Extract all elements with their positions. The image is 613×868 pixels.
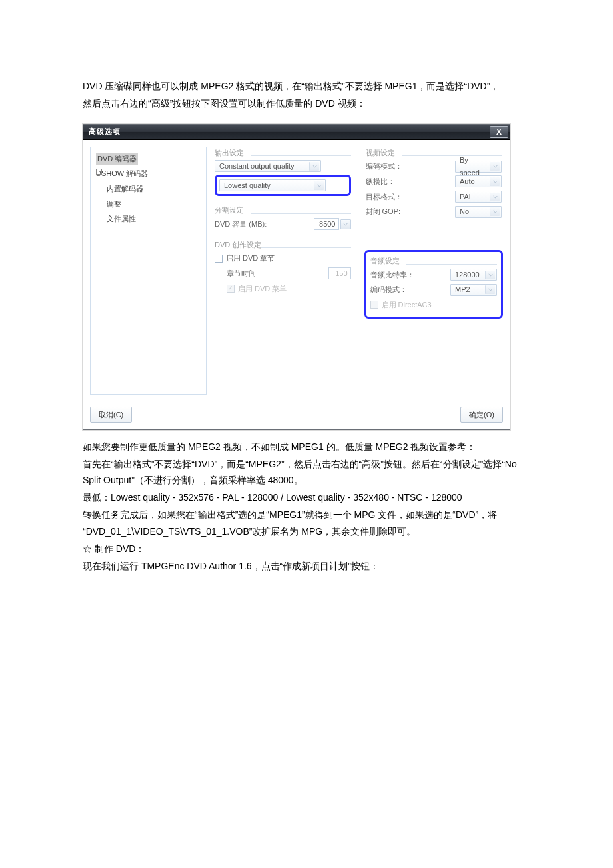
aspect-label: 纵横比：	[366, 175, 395, 188]
after-line-7: 现在我们运行 TMPGEnc DVD Author 1.6，点击“作成新项目计划…	[83, 559, 526, 575]
highlight-quality: Lowest quality	[215, 175, 351, 196]
aspect-select[interactable]: Auto	[455, 175, 502, 187]
tree-label: 调整	[107, 200, 121, 208]
input-value: 8500	[319, 218, 335, 231]
chevron-down-icon	[485, 271, 495, 279]
output-mode-select[interactable]: Constant output quality	[215, 160, 321, 172]
after-line-1: 如果您要制作更低质量的 MPEG2 视频，不如制成 MPEG1 的。低质量 MP…	[83, 439, 526, 455]
video-encode-mode-select[interactable]: By speed	[455, 161, 502, 173]
target-select[interactable]: PAL	[455, 191, 502, 203]
checkbox-icon: ✓	[227, 285, 235, 293]
button-label: 取消(C)	[99, 411, 123, 419]
output-quality-select[interactable]: Lowest quality	[219, 179, 326, 191]
settings-tree[interactable]: DVD 编码器 + DSHOW 解码器 内置解码器 调整	[90, 147, 207, 395]
tree-item-adjust[interactable]: 调整	[93, 197, 203, 212]
audio-encode-label: 编码模式：	[370, 283, 407, 296]
dialog-titlebar: 高级选项 X	[83, 125, 510, 140]
checkbox-label: 启用 DVD 菜单	[238, 283, 287, 295]
document-page: DVD 压缩碟同样也可以制成 MPEG2 格式的视频，在“输出格式”不要选择 M…	[0, 0, 613, 603]
group-audio: 音频设定 音频比特率： 128000	[369, 255, 499, 311]
cancel-button[interactable]: 取消(C)	[90, 407, 132, 423]
select-value: 128000	[455, 269, 480, 281]
expand-icon[interactable]: +	[96, 169, 102, 175]
menu-checkbox-row: ✓ 启用 DVD 菜单	[215, 283, 351, 295]
group-authoring: DVD 创作设定 启用 DVD 章节 章节时间 150	[213, 239, 352, 298]
dialog-title: 高级选项	[89, 125, 121, 138]
chevron-down-icon	[490, 207, 500, 216]
group-legend: 音频设定	[370, 255, 400, 269]
select-value: PAL	[460, 191, 473, 203]
tree-item-dshow[interactable]: + DSHOW 解码器	[93, 166, 203, 181]
chevron-down-icon	[490, 177, 500, 186]
close-button[interactable]: X	[490, 126, 508, 138]
checkbox-label: 启用 DVD 章节	[226, 252, 275, 265]
after-line-4: 转换任务完成后，如果您在“输出格式”选的是“MPEG1”就得到一个 MPG 文件…	[83, 507, 526, 523]
tree-label: DSHOW 解码器	[96, 169, 148, 177]
tree-item-dvd-encoder[interactable]: DVD 编码器	[93, 151, 203, 167]
chevron-down-icon	[485, 285, 495, 294]
group-video: 视频设定 编码模式： By speed	[364, 147, 504, 221]
checkbox-icon	[215, 255, 223, 263]
tree-item-internal[interactable]: 内置解码器	[93, 181, 203, 197]
target-label: 目标格式：	[366, 191, 402, 203]
tree-label: 文件属性	[107, 215, 136, 223]
advanced-options-dialog: 高级选项 X DVD 编码器 + DSHOW 解码器	[83, 124, 510, 431]
after-line-3: 最低：Lowest quality - 352x576 - PAL - 1280…	[83, 490, 526, 506]
ok-button[interactable]: 确定(O)	[460, 407, 503, 423]
audio-encode-select[interactable]: MP2	[450, 284, 497, 296]
chapter-time-label: 章节时间	[227, 267, 256, 280]
group-split: 分割设定 DVD 容量 (MB): 8500	[213, 204, 352, 233]
chevron-down-icon[interactable]	[340, 219, 351, 229]
group-legend: DVD 创作设定	[215, 239, 261, 253]
chevron-down-icon	[309, 162, 319, 171]
intro-line-1: DVD 压缩碟同样也可以制成 MPEG2 格式的视频，在“输出格式”不要选择 M…	[83, 79, 526, 95]
audio-bitrate-label: 音频比特率：	[370, 269, 414, 281]
chevron-down-icon	[314, 181, 324, 190]
group-legend: 分割设定	[215, 204, 244, 218]
group-legend: 视频设定	[366, 147, 395, 161]
dialog-footer: 取消(C) 确定(O)	[83, 401, 510, 430]
dvd-capacity-label: DVD 容量 (MB):	[215, 218, 267, 231]
close-icon: X	[496, 128, 502, 136]
input-value: 150	[335, 267, 347, 280]
tree-label: DVD 编码器	[96, 153, 138, 165]
audio-bitrate-select[interactable]: 128000	[450, 269, 497, 281]
ac3-checkbox-row: 启用 DirectAC3	[370, 299, 498, 311]
settings-panel: 输出设定 Constant output quality	[213, 140, 510, 401]
chapter-time-input[interactable]: 150	[328, 267, 351, 279]
dvd-capacity-input[interactable]: 8500	[314, 218, 339, 230]
after-line-5: “DVD_01_1\VIDEO_TS\VTS_01_1.VOB”改扩展名为 MP…	[83, 524, 526, 540]
after-line-6: ☆ 制作 DVD：	[83, 541, 526, 557]
checkbox-label: 启用 DirectAC3	[382, 299, 432, 311]
screenshot-figure: 高级选项 X DVD 编码器 + DSHOW 解码器	[83, 124, 526, 431]
after-line-2: 首先在“输出格式”不要选择“DVD”，而是“MPEG2”，然后点击右边的“高级”…	[83, 457, 526, 489]
select-value: MP2	[455, 283, 470, 296]
button-label: 确定(O)	[469, 411, 494, 419]
chevron-down-icon	[490, 162, 500, 171]
select-value: Lowest quality	[224, 179, 271, 192]
dialog-body: DVD 编码器 + DSHOW 解码器 内置解码器 调整	[83, 140, 510, 401]
select-value: No	[460, 205, 469, 218]
tree-label: 内置解码器	[107, 185, 143, 193]
intro-line-2: 然后点击右边的“高级”按钮按下图设置可以制作低质量的 DVD 视频：	[83, 96, 526, 112]
checkbox-icon	[370, 301, 378, 309]
tree-item-fileattr[interactable]: 文件属性	[93, 211, 203, 227]
gop-label: 封闭 GOP:	[366, 205, 401, 218]
highlight-audio: 音频设定 音频比特率： 128000	[364, 250, 504, 319]
select-value: Constant output quality	[219, 160, 295, 173]
gop-select[interactable]: No	[455, 206, 502, 218]
chevron-down-icon	[490, 193, 500, 201]
group-legend: 输出设定	[215, 147, 244, 161]
group-output: 输出设定 Constant output quality	[213, 147, 352, 199]
video-encode-mode-label: 编码模式：	[366, 160, 402, 173]
chapters-checkbox-row[interactable]: 启用 DVD 章节	[215, 252, 351, 265]
select-value: Auto	[460, 175, 475, 188]
